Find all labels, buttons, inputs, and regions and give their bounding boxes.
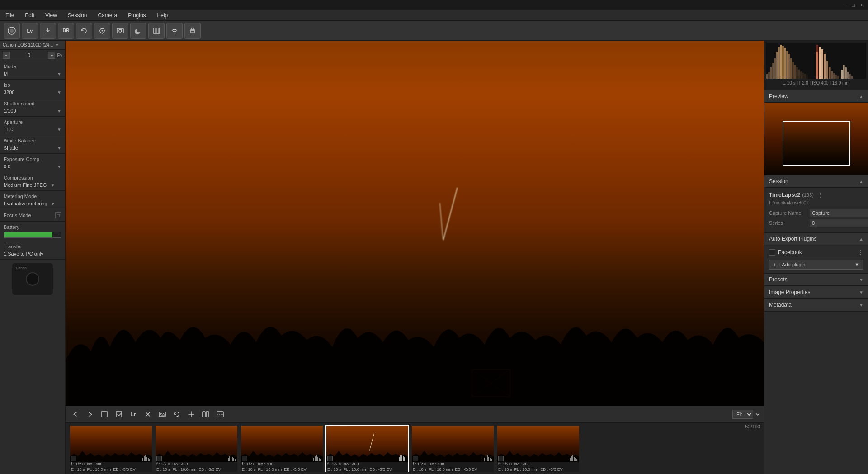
exposure-comp-dropdown-icon[interactable]: ▼ (57, 164, 61, 169)
image-properties-header[interactable]: Image Properties ▼ (764, 286, 868, 299)
image-properties-collapse-icon[interactable]: ▼ (859, 290, 863, 295)
gallery-button[interactable] (156, 408, 169, 421)
check-button[interactable] (113, 408, 125, 421)
presets-collapse-icon[interactable]: ▼ (859, 277, 863, 282)
iso-dropdown-icon[interactable]: ▼ (57, 90, 61, 95)
compression-dropdown-icon[interactable]: ▼ (51, 183, 55, 188)
camera-selector[interactable]: Canon EOS 1100D (24307) ▼ (0, 41, 65, 50)
thumb-checkbox-6[interactable] (498, 456, 504, 461)
white-balance-value: Shade (4, 145, 55, 151)
facebook-more-button[interactable]: ⋮ (857, 249, 863, 256)
refresh-button[interactable] (170, 408, 183, 421)
preview-collapse-icon[interactable]: ▲ (859, 94, 863, 99)
menu-edit[interactable]: Edit (23, 11, 36, 19)
thumb-checkbox-5[interactable] (413, 456, 418, 461)
thumb-eb-3: EB : -5/3 EV (284, 467, 307, 472)
metadata-collapse-icon[interactable]: ▼ (859, 303, 863, 308)
shutter-dropdown-icon[interactable]: ▼ (57, 109, 61, 114)
menu-camera[interactable]: Camera (96, 11, 119, 19)
thumb-checkbox-3[interactable] (242, 456, 247, 461)
transfer-label: Transfer (4, 244, 61, 249)
menu-view[interactable]: View (43, 11, 59, 19)
camera-body: Canon (12, 263, 53, 295)
white-balance-dropdown-icon[interactable]: ▼ (57, 146, 61, 151)
minimize-button[interactable]: ─ (843, 2, 847, 8)
auto-export-collapse-icon[interactable]: ▲ (859, 237, 863, 242)
capture-name-input[interactable] (810, 209, 868, 217)
svg-rect-61 (574, 457, 575, 461)
menu-file[interactable]: File (4, 11, 16, 19)
exposure-comp-section: Exposure Comp. 0.0 ▼ (0, 154, 65, 172)
session-more-button[interactable]: ⋮ (817, 191, 824, 199)
maximize-button[interactable]: □ (852, 2, 855, 8)
thumb-checkbox-4[interactable] (327, 456, 333, 461)
thumbnail-6[interactable]: f : 1/2.8 Iso : 400 E : 10 s FL : 16.0 m… (496, 425, 580, 472)
overlay-button[interactable] (214, 408, 226, 421)
liveview-button[interactable]: Lv (22, 23, 38, 39)
focus-mode-hide-icon[interactable]: □ (55, 212, 61, 218)
menu-plugins[interactable]: Plugins (126, 11, 147, 19)
thumb-checkbox-1[interactable] (71, 456, 76, 461)
thumb-f-2: f : 1/2.8 (156, 462, 170, 466)
facebook-checkbox[interactable] (769, 249, 775, 256)
aperture-dropdown-icon[interactable]: ▼ (57, 127, 61, 132)
bracketing-button[interactable]: BR (58, 23, 74, 39)
mode-dropdown-icon[interactable]: ▼ (57, 71, 61, 76)
series-input[interactable] (810, 219, 868, 227)
exposure-plus-button[interactable]: + (48, 52, 55, 59)
focus-button[interactable] (94, 23, 110, 39)
prev-photo-button[interactable] (69, 408, 82, 421)
image-properties-title: Image Properties (769, 289, 810, 295)
menu-help[interactable]: Help (155, 11, 170, 19)
session-collapse-icon[interactable]: ▲ (859, 179, 863, 184)
session-section: Session ▲ TimeLapse2 (193) ⋮ F:\munka\la… (764, 175, 868, 233)
metering-dropdown-icon[interactable]: ▼ (51, 201, 55, 206)
delete-button[interactable] (142, 408, 154, 421)
close-button[interactable]: ✕ (860, 2, 864, 8)
rotate-button[interactable] (76, 23, 92, 39)
svg-rect-35 (229, 456, 230, 461)
metadata-header[interactable]: Metadata ▼ (764, 299, 868, 311)
focus-mode-label: Focus Mode (4, 213, 31, 218)
print-button[interactable] (184, 23, 201, 39)
thumbnail-4[interactable]: f : 1/2.8 Iso : 400 E : 10 s FL : 16.0 m… (326, 425, 409, 472)
camera-icon[interactable] (4, 23, 20, 39)
session-header[interactable]: Session ▲ (764, 175, 868, 188)
svg-rect-87 (821, 49, 823, 79)
auto-export-header[interactable]: Auto Export Plugins ▲ (764, 233, 868, 245)
add-plugin-button[interactable]: + + Add plugin ▼ (769, 260, 863, 270)
thumbnail-5[interactable]: f : 1/2.8 Iso : 400 E : 10 s FL : 16.0 m… (411, 425, 495, 472)
thumb-f-1: f : 1/2.8 (71, 462, 85, 466)
move-button[interactable] (185, 408, 198, 421)
thumbnail-1[interactable]: f : 1/2.8 Iso : 400 E : 10 s FL : 16.0 m… (69, 425, 153, 472)
photo-view[interactable]: ⚡ (66, 41, 764, 406)
svg-rect-84 (806, 75, 807, 79)
thumb-histogram-4 (398, 454, 407, 461)
fit-select[interactable]: Fit Fill 1:1 (732, 410, 753, 419)
lr-button[interactable]: Lr (127, 408, 140, 421)
exposure-minus-button[interactable]: − (3, 52, 10, 59)
thumb-e-3: E : 10 s (242, 467, 256, 472)
thumb-info-1: f : 1/2.8 Iso : 400 E : 10 s FL : 16.0 m… (70, 462, 152, 472)
photo-button[interactable] (112, 23, 128, 39)
battery-label: Battery (4, 224, 61, 230)
session-path: F:\munka\lapse\002 (769, 200, 863, 205)
camera-dropdown-icon[interactable]: ▼ (55, 43, 59, 47)
timelapse-button[interactable] (148, 23, 165, 39)
moon-button[interactable] (130, 23, 146, 39)
auto-export-title: Auto Export Plugins (769, 236, 816, 242)
iso-value: 3200 (4, 90, 55, 95)
menu-session[interactable]: Session (66, 11, 89, 19)
next-photo-button[interactable] (84, 408, 96, 421)
presets-header[interactable]: Presets ▼ (764, 274, 868, 286)
preview-header[interactable]: Preview ▲ (764, 90, 868, 103)
preview-inner-frame (783, 121, 850, 166)
expand-button[interactable] (98, 408, 111, 421)
split-button[interactable] (199, 408, 212, 421)
thumbnail-3[interactable]: f : 1/2.8 Iso : 400 E : 10 s FL : 16.0 m… (240, 425, 324, 472)
download-button[interactable] (40, 23, 56, 39)
svg-rect-79 (796, 67, 797, 79)
thumbnail-2[interactable]: f : 1/2.8 Iso : 400 E : 10 s FL : 16.0 m… (155, 425, 238, 472)
thumb-checkbox-2[interactable] (156, 456, 162, 461)
wireless-button[interactable] (166, 23, 183, 39)
